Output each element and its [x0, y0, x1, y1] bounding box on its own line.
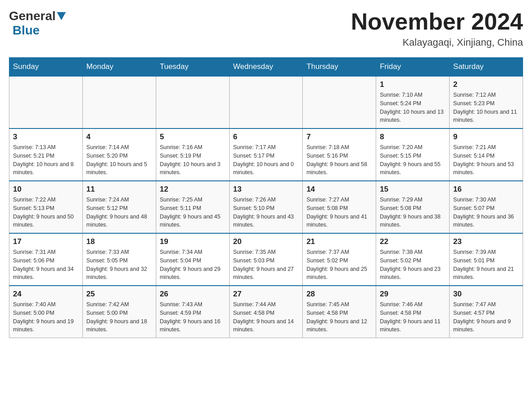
page-header: General Blue November 2024 Kalayagaqi, X…	[9, 9, 523, 48]
day-number: 21	[306, 237, 372, 246]
day-number: 27	[233, 290, 299, 299]
day-info: Sunrise: 7:37 AMSunset: 5:02 PMDaylight:…	[306, 248, 372, 282]
day-info: Sunrise: 7:35 AMSunset: 5:03 PMDaylight:…	[233, 248, 299, 282]
day-header-monday: Monday	[82, 58, 156, 77]
calendar-cell: 18Sunrise: 7:33 AMSunset: 5:05 PMDayligh…	[82, 233, 156, 286]
calendar-cell: 10Sunrise: 7:22 AMSunset: 5:13 PMDayligh…	[9, 181, 83, 233]
calendar-week-row: 3Sunrise: 7:13 AMSunset: 5:21 PMDaylight…	[9, 128, 523, 181]
day-info: Sunrise: 7:22 AMSunset: 5:13 PMDaylight:…	[13, 196, 79, 229]
day-number: 29	[380, 290, 446, 299]
day-number: 17	[13, 237, 79, 246]
calendar-week-row: 10Sunrise: 7:22 AMSunset: 5:13 PMDayligh…	[9, 181, 523, 233]
day-number: 28	[306, 290, 372, 299]
calendar-cell	[229, 76, 303, 128]
calendar-cell: 25Sunrise: 7:42 AMSunset: 5:00 PMDayligh…	[82, 286, 156, 338]
day-header-tuesday: Tuesday	[156, 58, 229, 77]
calendar-cell: 5Sunrise: 7:16 AMSunset: 5:19 PMDaylight…	[156, 128, 229, 181]
day-info: Sunrise: 7:38 AMSunset: 5:02 PMDaylight:…	[380, 248, 446, 282]
calendar-header-row: SundayMondayTuesdayWednesdayThursdayFrid…	[9, 58, 523, 77]
day-number: 14	[306, 185, 372, 194]
day-number: 7	[306, 133, 372, 141]
calendar-cell: 15Sunrise: 7:29 AMSunset: 5:08 PMDayligh…	[376, 181, 450, 233]
day-info: Sunrise: 7:25 AMSunset: 5:11 PMDaylight:…	[160, 196, 226, 229]
day-header-sunday: Sunday	[9, 58, 83, 77]
day-info: Sunrise: 7:42 AMSunset: 5:00 PMDaylight:…	[86, 300, 152, 334]
logo-blue-text: Blue	[13, 23, 40, 37]
calendar-cell	[9, 76, 83, 128]
calendar-week-row: 1Sunrise: 7:10 AMSunset: 5:24 PMDaylight…	[9, 76, 523, 128]
calendar-cell: 29Sunrise: 7:46 AMSunset: 4:58 PMDayligh…	[376, 286, 450, 338]
day-number: 24	[13, 290, 79, 299]
calendar-cell: 17Sunrise: 7:31 AMSunset: 5:06 PMDayligh…	[9, 233, 83, 286]
day-info: Sunrise: 7:46 AMSunset: 4:58 PMDaylight:…	[380, 300, 446, 334]
day-info: Sunrise: 7:33 AMSunset: 5:05 PMDaylight:…	[86, 248, 152, 282]
day-number: 18	[86, 237, 152, 246]
calendar-cell: 4Sunrise: 7:14 AMSunset: 5:20 PMDaylight…	[82, 128, 156, 181]
day-info: Sunrise: 7:44 AMSunset: 4:58 PMDaylight:…	[233, 300, 299, 334]
calendar-cell: 14Sunrise: 7:27 AMSunset: 5:08 PMDayligh…	[303, 181, 376, 233]
calendar-cell: 6Sunrise: 7:17 AMSunset: 5:17 PMDaylight…	[229, 128, 303, 181]
calendar-week-row: 17Sunrise: 7:31 AMSunset: 5:06 PMDayligh…	[9, 233, 523, 286]
day-info: Sunrise: 7:16 AMSunset: 5:19 PMDaylight:…	[160, 143, 226, 177]
calendar-week-row: 24Sunrise: 7:40 AMSunset: 5:00 PMDayligh…	[9, 286, 523, 338]
calendar-cell: 11Sunrise: 7:24 AMSunset: 5:12 PMDayligh…	[82, 181, 156, 233]
day-info: Sunrise: 7:30 AMSunset: 5:07 PMDaylight:…	[453, 196, 519, 229]
calendar-cell: 9Sunrise: 7:21 AMSunset: 5:14 PMDaylight…	[450, 128, 523, 181]
day-info: Sunrise: 7:12 AMSunset: 5:23 PMDaylight:…	[453, 91, 519, 124]
day-info: Sunrise: 7:26 AMSunset: 5:10 PMDaylight:…	[233, 196, 299, 229]
day-number: 26	[160, 290, 226, 299]
calendar-cell: 13Sunrise: 7:26 AMSunset: 5:10 PMDayligh…	[229, 181, 303, 233]
day-info: Sunrise: 7:13 AMSunset: 5:21 PMDaylight:…	[13, 143, 79, 177]
day-info: Sunrise: 7:21 AMSunset: 5:14 PMDaylight:…	[453, 143, 519, 177]
logo-triangle-icon	[57, 12, 66, 20]
day-info: Sunrise: 7:24 AMSunset: 5:12 PMDaylight:…	[86, 196, 152, 229]
calendar-cell: 23Sunrise: 7:39 AMSunset: 5:01 PMDayligh…	[450, 233, 523, 286]
calendar-cell: 2Sunrise: 7:12 AMSunset: 5:23 PMDaylight…	[450, 76, 523, 128]
calendar-cell: 12Sunrise: 7:25 AMSunset: 5:11 PMDayligh…	[156, 181, 229, 233]
calendar-cell: 3Sunrise: 7:13 AMSunset: 5:21 PMDaylight…	[9, 128, 83, 181]
calendar-cell: 28Sunrise: 7:45 AMSunset: 4:58 PMDayligh…	[303, 286, 376, 338]
day-number: 10	[13, 185, 79, 194]
day-info: Sunrise: 7:29 AMSunset: 5:08 PMDaylight:…	[380, 196, 446, 229]
day-number: 6	[233, 133, 299, 141]
day-info: Sunrise: 7:34 AMSunset: 5:04 PMDaylight:…	[160, 248, 226, 282]
calendar-table: SundayMondayTuesdayWednesdayThursdayFrid…	[9, 57, 523, 338]
calendar-cell: 21Sunrise: 7:37 AMSunset: 5:02 PMDayligh…	[303, 233, 376, 286]
calendar-cell: 30Sunrise: 7:47 AMSunset: 4:57 PMDayligh…	[450, 286, 523, 338]
day-number: 3	[13, 133, 79, 141]
day-info: Sunrise: 7:10 AMSunset: 5:24 PMDaylight:…	[380, 91, 446, 124]
day-number: 25	[86, 290, 152, 299]
calendar-cell: 16Sunrise: 7:30 AMSunset: 5:07 PMDayligh…	[450, 181, 523, 233]
day-info: Sunrise: 7:27 AMSunset: 5:08 PMDaylight:…	[306, 196, 372, 229]
day-info: Sunrise: 7:39 AMSunset: 5:01 PMDaylight:…	[453, 248, 519, 282]
calendar-cell	[82, 76, 156, 128]
day-number: 13	[233, 185, 299, 194]
logo: General Blue	[9, 9, 67, 38]
day-header-wednesday: Wednesday	[229, 58, 303, 77]
day-number: 15	[380, 185, 446, 194]
day-info: Sunrise: 7:20 AMSunset: 5:15 PMDaylight:…	[380, 143, 446, 177]
day-info: Sunrise: 7:43 AMSunset: 4:59 PMDaylight:…	[160, 300, 226, 334]
day-info: Sunrise: 7:14 AMSunset: 5:20 PMDaylight:…	[86, 143, 152, 177]
day-number: 9	[453, 133, 519, 141]
day-number: 12	[160, 185, 226, 194]
day-number: 5	[160, 133, 226, 141]
day-header-thursday: Thursday	[303, 58, 376, 77]
calendar-cell: 20Sunrise: 7:35 AMSunset: 5:03 PMDayligh…	[229, 233, 303, 286]
day-number: 16	[453, 185, 519, 194]
calendar-cell: 24Sunrise: 7:40 AMSunset: 5:00 PMDayligh…	[9, 286, 83, 338]
day-info: Sunrise: 7:18 AMSunset: 5:16 PMDaylight:…	[306, 143, 372, 177]
calendar-cell	[303, 76, 376, 128]
day-number: 11	[86, 185, 152, 194]
day-header-saturday: Saturday	[450, 58, 523, 77]
day-info: Sunrise: 7:45 AMSunset: 4:58 PMDaylight:…	[306, 300, 372, 334]
calendar-cell: 22Sunrise: 7:38 AMSunset: 5:02 PMDayligh…	[376, 233, 450, 286]
calendar-cell: 7Sunrise: 7:18 AMSunset: 5:16 PMDaylight…	[303, 128, 376, 181]
calendar-cell: 19Sunrise: 7:34 AMSunset: 5:04 PMDayligh…	[156, 233, 229, 286]
day-number: 23	[453, 237, 519, 246]
day-number: 30	[453, 290, 519, 299]
title-block: November 2024 Kalayagaqi, Xinjiang, Chin…	[351, 9, 523, 48]
day-number: 22	[380, 237, 446, 246]
day-number: 2	[453, 80, 519, 89]
day-number: 19	[160, 237, 226, 246]
